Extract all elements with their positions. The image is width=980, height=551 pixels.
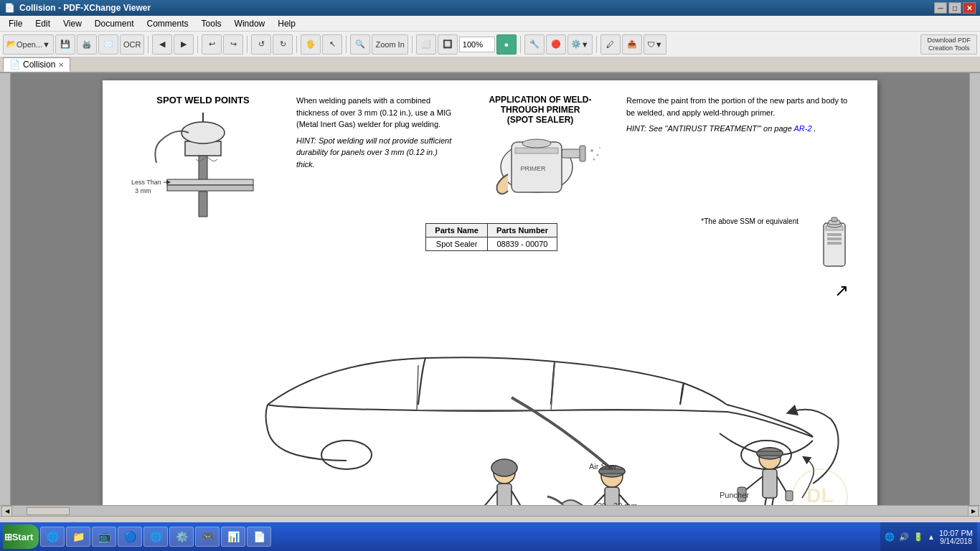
menu-view[interactable]: View	[57, 17, 88, 30]
svg-point-41	[491, 459, 517, 476]
ie2-icon: 🌐	[149, 529, 163, 544]
battery-icon: 🔋	[913, 532, 923, 542]
svg-text:PRIMER: PRIMER	[520, 165, 546, 172]
more-icon: ⚙️	[571, 39, 581, 49]
zoom-in-button[interactable]: Zoom In	[372, 34, 407, 55]
tools-button[interactable]: 🔧	[524, 34, 545, 55]
title-bar-controls[interactable]: ─ □ ✕	[934, 2, 976, 14]
email-icon: ✉️	[103, 39, 113, 49]
zoom-out-button[interactable]: ●	[496, 34, 517, 55]
collision-tab[interactable]: 📄 Collision ✕	[3, 57, 70, 72]
excel-icon: 📊	[226, 529, 240, 544]
maximize-button[interactable]: □	[948, 2, 961, 14]
share-button[interactable]: 📤	[622, 34, 642, 55]
svg-point-16	[599, 147, 600, 149]
scroll-right-button[interactable]: ▶	[968, 506, 979, 517]
minimize-button[interactable]: ─	[934, 2, 947, 14]
hand-tool-button[interactable]: 🖐	[301, 34, 321, 55]
svg-text:DL: DL	[806, 484, 833, 505]
zoom-level-input[interactable]	[459, 37, 495, 52]
tab-label: Collision	[23, 60, 55, 70]
toolbar: 📂 Open... ▼ 💾 🖨️ ✉️ OCR ◀ ▶ ↩ ↪ ↺ ↻ 🖐 ↖ …	[0, 32, 980, 57]
forward-icon: ▶	[181, 39, 187, 49]
toolbar-separator-2	[197, 36, 198, 53]
menu-window[interactable]: Window	[229, 17, 271, 30]
save-button[interactable]: 💾	[55, 34, 75, 55]
forward-button[interactable]: ▶	[174, 34, 194, 55]
taskbar-item-ie[interactable]: 🌐	[40, 527, 65, 547]
col-parts-name: Parts Name	[426, 224, 488, 237]
watermark: DL	[777, 468, 863, 505]
tray-icons: ▲	[928, 533, 935, 541]
security-button[interactable]: 🛡▼	[644, 34, 666, 55]
rotate-right-icon: ↻	[280, 39, 286, 49]
svg-rect-25	[827, 242, 842, 245]
open-dropdown-icon: ▼	[42, 40, 50, 49]
scroll-track[interactable]	[12, 507, 968, 515]
primer-diagram: PRIMER	[468, 128, 605, 207]
title-bar: 📄 Collision - PDF-XChange Viewer ─ □ ✕	[0, 0, 980, 16]
scroll-thumb[interactable]	[27, 507, 70, 515]
svg-point-15	[593, 159, 595, 161]
toolbar-separator-6	[412, 36, 413, 53]
taskbar-item-settings[interactable]: ⚙️	[169, 527, 194, 547]
primer-diagram-area: APPLICATION OF WELD-THROUGH PRIMER (SPOT…	[468, 95, 612, 209]
start-label: Start	[12, 532, 34, 542]
search-button[interactable]: 🔍	[350, 34, 370, 55]
right-scrollbar[interactable]	[969, 73, 980, 505]
menu-document[interactable]: Document	[89, 17, 140, 30]
scroll-left-button[interactable]: ◀	[1, 506, 12, 517]
rotate-left-button[interactable]: ↺	[251, 34, 271, 55]
stamp-button[interactable]: 🔴	[546, 34, 566, 55]
svg-text:20 - 30 mm: 20 - 30 mm	[598, 501, 638, 505]
taskbar-item-chrome[interactable]: 🔵	[118, 527, 142, 547]
left-scrollbar[interactable]	[0, 73, 11, 505]
svg-rect-46	[763, 469, 777, 498]
more-tools-button[interactable]: ⚙️▼	[567, 34, 593, 55]
ssm-note: *The above SSM or equivalent	[701, 216, 798, 227]
download-pdf-button[interactable]: Download PDF Creation Tools	[920, 34, 977, 55]
taskbar-item-ie2[interactable]: 🌐	[143, 527, 168, 547]
back-button[interactable]: ◀	[152, 34, 172, 55]
menu-comments[interactable]: Comments	[141, 17, 194, 30]
rotate-right-button[interactable]: ↻	[273, 34, 293, 55]
svg-point-20	[522, 139, 551, 148]
tab-close-button[interactable]: ✕	[58, 61, 64, 69]
window-close-button[interactable]: ✕	[963, 2, 976, 14]
taskbar-item-excel[interactable]: 📊	[221, 527, 245, 547]
primer-hint-text: HINT: See "ANTIRUST TREATMENT"' on page …	[626, 123, 856, 135]
svg-text:3 mm: 3 mm	[135, 187, 151, 194]
date-display: 9/14/2018	[940, 537, 972, 545]
spot-weld-title: SPOT WELD POINTS	[124, 95, 282, 105]
menu-help[interactable]: Help	[272, 17, 301, 30]
ocr-button[interactable]: OCR	[120, 34, 144, 55]
weld-hint-text: HINT: Spot welding will not provide suff…	[296, 135, 454, 171]
select-tool-button[interactable]: ↖	[322, 34, 342, 55]
email-button[interactable]: ✉️	[98, 34, 118, 55]
menu-file[interactable]: File	[3, 17, 28, 30]
taskbar-item-media[interactable]: 📺	[92, 527, 116, 547]
svg-rect-28	[831, 217, 837, 222]
taskbar-item-pdf[interactable]: 📄	[247, 527, 271, 547]
primer-title: APPLICATION OF WELD-THROUGH PRIMER	[468, 95, 612, 115]
menu-tools[interactable]: Tools	[196, 17, 227, 30]
svg-point-14	[597, 154, 599, 156]
time-display: 10:07 PM	[939, 529, 973, 537]
redo-button[interactable]: ↪	[223, 34, 243, 55]
highlight-button[interactable]: 🖊	[600, 34, 621, 55]
print-button[interactable]: 🖨️	[77, 34, 97, 55]
ar2-link[interactable]: AR-2	[793, 124, 811, 133]
back-icon: ◀	[159, 39, 165, 49]
taskbar-item-game[interactable]: 🎮	[195, 527, 220, 547]
print-icon: 🖨️	[82, 39, 92, 49]
menu-edit[interactable]: Edit	[29, 17, 56, 30]
volume-icon: 🔊	[899, 532, 909, 542]
open-button[interactable]: 📂 Open... ▼	[3, 34, 54, 55]
explorer-icon: 📁	[71, 529, 85, 544]
undo-button[interactable]: ↩	[202, 34, 222, 55]
svg-rect-36	[497, 484, 512, 505]
taskbar-item-explorer[interactable]: 📁	[66, 527, 90, 547]
start-button[interactable]: ⊞ Start	[3, 524, 39, 549]
zoom-fit-width-button[interactable]: ⬜	[416, 34, 436, 55]
zoom-fit-page-button[interactable]: 🔲	[438, 34, 458, 55]
